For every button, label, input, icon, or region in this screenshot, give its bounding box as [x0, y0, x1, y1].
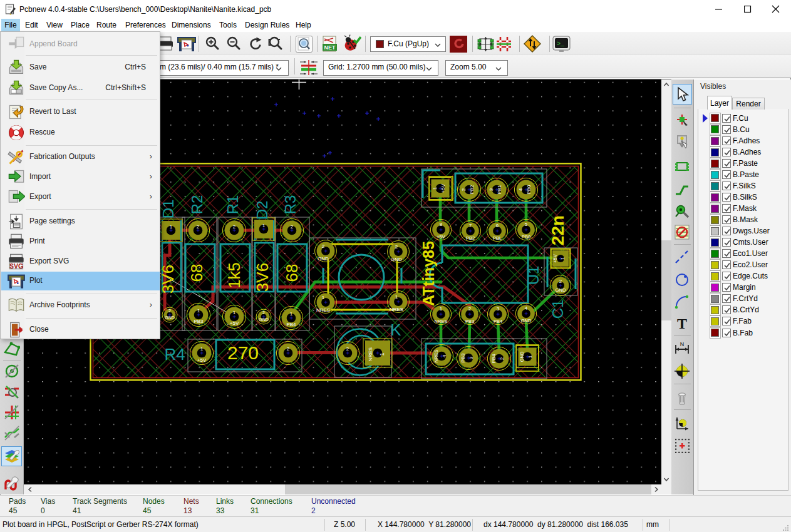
svg-text:PB4: PB4 — [491, 354, 497, 364]
svg-text:+5V: +5V — [437, 234, 445, 240]
svg-text:2: 2 — [262, 310, 265, 315]
svg-text:+5V: +5V — [440, 183, 446, 193]
svg-text:1: 1 — [432, 187, 438, 190]
svg-text:PB2: PB2 — [469, 185, 475, 195]
svg-text:2: 2 — [168, 309, 171, 313]
svg-text:6: 6 — [496, 223, 499, 228]
svg-text:PB0: PB0 — [526, 185, 532, 195]
svg-text:N: N — [680, 341, 685, 347]
svg-text:3: 3 — [497, 306, 500, 312]
svg-text:2: 2 — [233, 224, 236, 230]
svg-text:NRES: NRES — [390, 307, 403, 312]
svg-text:D2: D2 — [254, 201, 271, 220]
svg-text:ATtiny85: ATtiny85 — [420, 241, 437, 306]
svg-text:GND: GND — [318, 256, 329, 262]
svg-text:2: 2 — [291, 224, 294, 230]
svg-text:PB4: PB4 — [494, 319, 502, 324]
svg-text:1: 1 — [527, 355, 533, 358]
svg-text:2: 2 — [322, 243, 325, 249]
svg-text:R4: R4 — [164, 345, 185, 364]
svg-text:NRES: NRES — [433, 350, 439, 363]
svg-text:4: 4 — [518, 188, 524, 191]
svg-text:3: 3 — [468, 356, 474, 359]
svg-text:R2: R2 — [189, 195, 205, 215]
svg-text:SVG: SVG — [9, 262, 23, 270]
svg-text:GND: GND — [519, 351, 525, 362]
svg-text:R3: R3 — [282, 195, 299, 215]
svg-text:7: 7 — [469, 223, 472, 228]
svg-text:2: 2 — [468, 306, 472, 312]
svg-text:NRES: NRES — [435, 319, 448, 324]
svg-text:NRES: NRES — [316, 307, 330, 313]
svg-text:1: 1 — [440, 306, 443, 312]
svg-text:1: 1 — [197, 308, 200, 314]
svg-text:PB4: PB4 — [286, 322, 296, 327]
svg-text:1: 1 — [200, 346, 204, 352]
svg-text:5: 5 — [525, 222, 528, 227]
svg-text:NET: NET — [324, 44, 336, 51]
svg-text:U1: U1 — [525, 266, 542, 285]
svg-text:PB3: PB3 — [465, 319, 474, 324]
svg-text:PB0: PB0 — [522, 234, 530, 240]
svg-text:2: 2 — [395, 244, 398, 250]
svg-text:K: K — [390, 320, 401, 339]
svg-text:PB3: PB3 — [194, 319, 204, 324]
svg-text:3V6: 3V6 — [158, 265, 177, 294]
svg-text:68: 68 — [187, 264, 206, 282]
svg-text:D1: D1 — [160, 200, 177, 219]
svg-text:2: 2 — [559, 279, 562, 284]
svg-text:GND: GND — [259, 317, 269, 322]
svg-text:1k5: 1k5 — [225, 262, 244, 289]
svg-text:PB2: PB2 — [466, 235, 475, 241]
svg-text:PB1: PB1 — [497, 185, 502, 195]
svg-text:PBL: PBL — [493, 235, 502, 241]
svg-text:1: 1 — [379, 352, 385, 356]
svg-text:C1: C1 — [549, 300, 566, 319]
svg-text:22n: 22n — [548, 215, 567, 245]
svg-text:2: 2 — [461, 188, 467, 191]
svg-text:PB3: PB3 — [460, 353, 466, 363]
svg-text:GND: GND — [165, 315, 175, 320]
svg-text:T: T — [677, 315, 687, 332]
svg-text:1: 1 — [322, 295, 325, 300]
svg-text:>_: >_ — [557, 41, 565, 48]
svg-text:2: 2 — [287, 346, 290, 352]
svg-text:1: 1 — [290, 311, 293, 317]
svg-text:1: 1 — [262, 223, 266, 228]
svg-text:1: 1 — [170, 224, 173, 230]
svg-text:2: 2 — [197, 224, 200, 230]
svg-text:1: 1 — [560, 257, 566, 260]
svg-text:4: 4 — [525, 305, 528, 311]
svg-text:270: 270 — [227, 342, 259, 363]
svg-text:+5V: +5V — [197, 357, 207, 363]
svg-text:1: 1 — [395, 294, 398, 300]
svg-text:R1: R1 — [224, 195, 241, 215]
svg-text:3V6: 3V6 — [253, 263, 272, 292]
svg-text:NRES: NRES — [368, 347, 373, 361]
svg-text:3: 3 — [489, 188, 494, 191]
svg-text:1: 1 — [233, 310, 236, 315]
svg-text:GND: GND — [521, 318, 532, 324]
svg-text:68: 68 — [282, 264, 301, 282]
svg-text:GND: GND — [556, 287, 566, 293]
svg-text:GND: GND — [391, 257, 402, 262]
svg-text:+5V: +5V — [230, 320, 239, 326]
svg-text:4: 4 — [442, 354, 447, 357]
svg-text:2: 2 — [499, 357, 505, 360]
svg-text:8: 8 — [440, 222, 443, 227]
svg-text:2: 2 — [346, 346, 349, 352]
svg-text:+5V: +5V — [552, 254, 558, 263]
